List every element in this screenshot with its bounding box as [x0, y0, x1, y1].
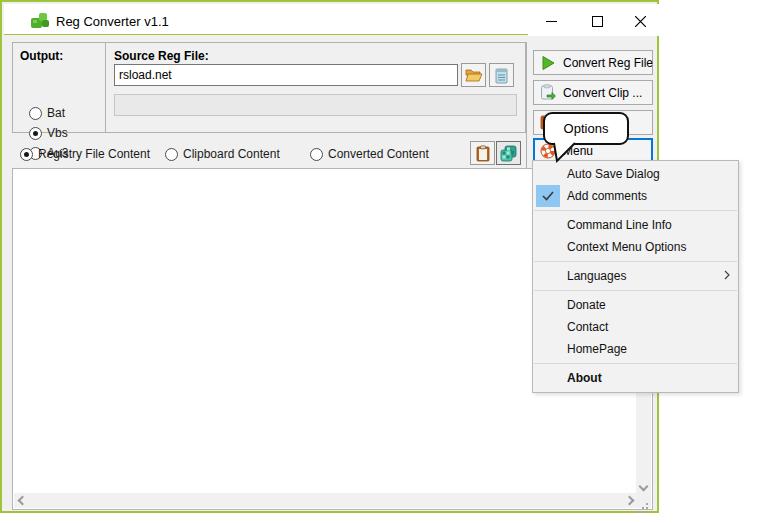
- paste-clipboard-icon: [476, 145, 490, 162]
- button-label: Convert Reg File: [563, 56, 653, 70]
- radio-registry-file-content[interactable]: Registry File Content: [20, 147, 150, 161]
- radio-circle-checked[interactable]: [29, 127, 42, 140]
- tooltip-text: Options: [564, 121, 609, 136]
- close-icon: [635, 16, 646, 27]
- radio-circle-checked[interactable]: [20, 148, 33, 161]
- source-file-group: Source Reg File:: [105, 42, 526, 133]
- resize-grip[interactable]: [636, 493, 651, 508]
- horizontal-scrollbar[interactable]: [14, 493, 638, 508]
- menu-item-label: Contact: [567, 320, 608, 334]
- minimize-icon: [546, 16, 557, 27]
- checkmark-icon: [536, 185, 560, 207]
- menu-item-languages[interactable]: Languages: [533, 265, 738, 287]
- copy-content-button[interactable]: [470, 141, 495, 165]
- resize-grip-icon: [646, 503, 648, 505]
- radio-circle[interactable]: [29, 107, 42, 120]
- screen: Reg Converter v1.1 Output: Bat Vbs: [0, 0, 780, 523]
- minimize-button[interactable]: [528, 6, 574, 36]
- radio-output-vbs[interactable]: Vbs: [29, 126, 68, 140]
- button-label: Convert Clip ...: [563, 86, 642, 100]
- radio-converted-content[interactable]: Converted Content: [310, 147, 429, 161]
- radio-label: Converted Content: [328, 147, 429, 161]
- source-file-input[interactable]: [114, 64, 458, 86]
- menu-item-command-line-info[interactable]: Command Line Info: [533, 214, 738, 236]
- convert-clip-button[interactable]: Convert Clip ...: [533, 80, 653, 105]
- menu-separator: [533, 207, 738, 214]
- output-group-label: Output:: [20, 49, 63, 63]
- tooltip: Options: [543, 112, 629, 145]
- scroll-right-icon[interactable]: [625, 496, 635, 506]
- convert-reg-file-button[interactable]: Convert Reg File: [533, 50, 653, 75]
- menu-item-add-comments[interactable]: Add comments: [533, 185, 738, 207]
- options-menu: Auto Save Dialog Add comments Command Li…: [532, 160, 739, 393]
- clipboard-convert-icon: [540, 84, 556, 101]
- menu-item-label: HomePage: [567, 342, 627, 356]
- menu-item-label: Donate: [567, 298, 606, 312]
- radio-label: Bat: [47, 106, 65, 120]
- notepad-icon: [494, 67, 509, 84]
- menu-item-context-menu-options[interactable]: Context Menu Options: [533, 236, 738, 258]
- app-logo-icon: [30, 12, 50, 29]
- radio-label: Vbs: [47, 126, 68, 140]
- menu-item-label: About: [567, 371, 602, 385]
- radio-output-bat[interactable]: Bat: [29, 106, 65, 120]
- menu-separator: [533, 360, 738, 367]
- menu-item-homepage[interactable]: HomePage: [533, 338, 738, 360]
- radio-label: Clipboard Content: [183, 147, 280, 161]
- radio-circle[interactable]: [310, 148, 323, 161]
- menu-separator: [533, 258, 738, 265]
- open-notepad-button[interactable]: [489, 63, 514, 87]
- target-file-input-disabled: [114, 94, 517, 116]
- scroll-down-icon[interactable]: [639, 482, 649, 492]
- close-button[interactable]: [620, 6, 661, 36]
- maximize-button[interactable]: [574, 6, 620, 36]
- menu-item-label: Add comments: [567, 189, 647, 203]
- menu-item-auto-save-dialog[interactable]: Auto Save Dialog: [533, 163, 738, 185]
- vertical-divider: [526, 42, 527, 168]
- maximize-icon: [592, 16, 603, 27]
- menu-item-donate[interactable]: Donate: [533, 294, 738, 316]
- menu-item-contact[interactable]: Contact: [533, 316, 738, 338]
- registry-grid-icon: [500, 145, 517, 162]
- radio-label: Registry File Content: [38, 147, 150, 161]
- chevron-right-icon: [724, 268, 730, 285]
- output-group: Output: Bat Vbs Au3: [12, 42, 106, 133]
- scroll-left-icon[interactable]: [18, 496, 28, 506]
- browse-folder-button[interactable]: [461, 63, 486, 87]
- source-file-label: Source Reg File:: [114, 49, 209, 63]
- tooltip-tail: [551, 142, 579, 166]
- open-folder-icon: [465, 68, 483, 83]
- menu-item-label: Context Menu Options: [567, 240, 686, 254]
- menu-item-label: Auto Save Dialog: [567, 167, 660, 181]
- menu-item-label: Languages: [567, 269, 626, 283]
- menu-item-about[interactable]: About: [533, 367, 738, 389]
- menu-item-label: Command Line Info: [567, 218, 672, 232]
- radio-clipboard-content[interactable]: Clipboard Content: [165, 147, 280, 161]
- play-icon: [540, 55, 556, 71]
- titlebar[interactable]: Reg Converter v1.1: [4, 4, 659, 35]
- registry-view-button[interactable]: [496, 141, 521, 165]
- menu-separator: [533, 287, 738, 294]
- radio-circle[interactable]: [165, 148, 178, 161]
- window-title: Reg Converter v1.1: [56, 14, 169, 29]
